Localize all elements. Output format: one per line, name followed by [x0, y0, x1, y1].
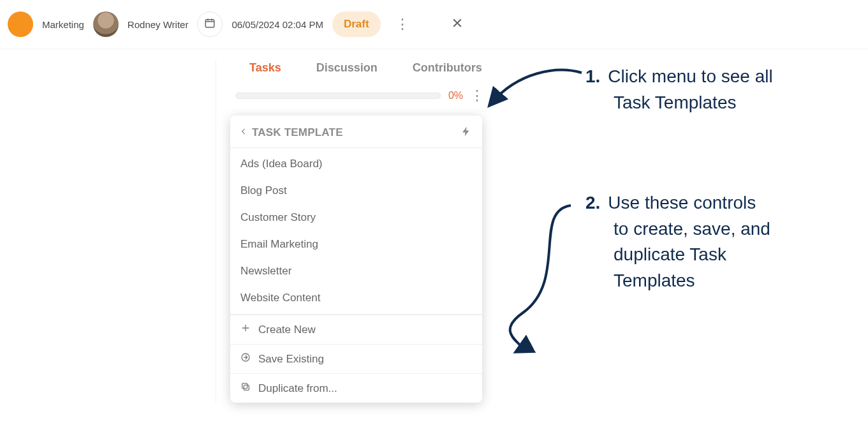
svg-rect-0 — [206, 20, 215, 27]
action-label: Save Existing — [258, 353, 324, 366]
annotation-text: Use these controls — [608, 193, 756, 212]
panel-tabs: Tasks Discussion Contributors — [216, 60, 492, 82]
back-button[interactable] — [239, 127, 248, 138]
template-item[interactable]: Ads (Idea Board) — [230, 151, 482, 177]
annotation-text: duplicate Task — [585, 242, 853, 268]
dropdown-header: TASK TEMPLATE — [230, 116, 482, 148]
duplicate-icon — [240, 382, 251, 395]
task-template-menu-button[interactable] — [471, 89, 483, 103]
action-label: Create New — [258, 324, 316, 336]
annotation-text: Task Templates — [585, 90, 853, 116]
annotation-number: 2. — [585, 193, 600, 212]
annotation-number: 1. — [585, 66, 600, 86]
more-menu-button[interactable] — [390, 11, 415, 37]
plus-icon — [240, 323, 251, 336]
svg-rect-3 — [242, 384, 247, 389]
save-icon — [240, 352, 251, 366]
top-bar: Marketing Rodney Writer 06/05/2024 02:04… — [0, 0, 868, 49]
author-avatar[interactable] — [93, 11, 119, 37]
author-name: Rodney Writer — [128, 19, 189, 30]
annotation-1: 1.Click menu to see all Task Templates — [585, 64, 853, 116]
status-badge[interactable]: Draft — [332, 11, 381, 37]
kebab-icon — [395, 17, 409, 31]
svg-rect-2 — [244, 385, 249, 390]
tab-contributors[interactable]: Contributors — [413, 61, 482, 75]
progress-percentage: 0% — [448, 90, 463, 101]
tab-tasks[interactable]: Tasks — [249, 61, 281, 75]
annotation-arrow-2 — [421, 198, 574, 364]
date-picker-button[interactable] — [197, 11, 223, 37]
tab-discussion[interactable]: Discussion — [316, 61, 378, 75]
datetime-label: 06/05/2024 02:04 PM — [232, 19, 323, 30]
annotation-text: Click menu to see all — [608, 66, 772, 86]
category-label: Marketing — [42, 19, 84, 30]
close-icon — [451, 17, 464, 32]
category-color-dot — [8, 11, 33, 37]
dropdown-title: TASK TEMPLATE — [252, 126, 343, 139]
close-button[interactable] — [445, 11, 470, 37]
kebab-icon — [470, 89, 484, 103]
annotation-text: to create, save, and — [585, 216, 853, 242]
action-label: Duplicate from... — [258, 382, 337, 395]
annotation-arrow-1 — [486, 65, 588, 116]
progress-row: 0% — [216, 82, 492, 109]
lightning-icon[interactable] — [460, 126, 472, 140]
duplicate-from-button[interactable]: Duplicate from... — [230, 373, 482, 403]
annotation-text: Templates — [585, 268, 853, 294]
calendar-icon — [204, 17, 216, 31]
progress-bar — [235, 93, 441, 99]
annotation-2: 2.Use these controls to create, save, an… — [585, 190, 853, 294]
